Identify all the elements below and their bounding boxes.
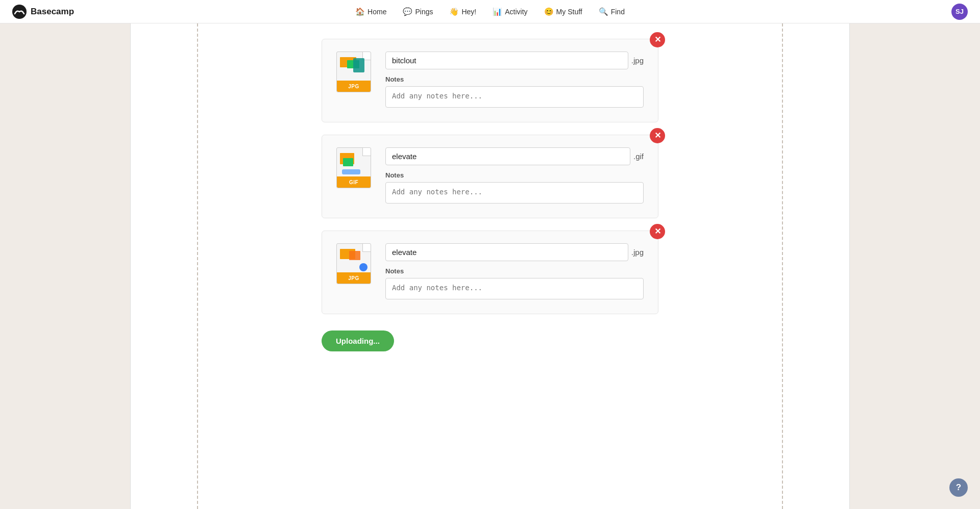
top-navigation: Basecamp 🏠 Home 💬 Pings 👋 Hey! 📊 Activit… <box>0 0 980 23</box>
content-inner: ✕ JPG <box>131 23 849 509</box>
file-card-3-inner: JPG .jpg Notes <box>336 243 644 301</box>
file-card-3: ✕ JPG <box>322 231 658 314</box>
avatar[interactable]: SJ <box>951 4 968 20</box>
file-fields-2: .gif Notes <box>385 147 644 206</box>
file-badge-3: JPG <box>337 272 371 284</box>
avatar-initials: SJ <box>955 8 964 15</box>
main-content: ✕ JPG <box>130 23 850 509</box>
nav-activity[interactable]: 📊 Activity <box>485 4 534 19</box>
nav-pings[interactable]: 💬 Pings <box>396 4 440 19</box>
upload-button[interactable]: Uploading... <box>322 330 394 351</box>
file-name-input-1[interactable] <box>385 52 628 69</box>
file-card-1-inner: JPG .jpg Notes <box>336 52 644 110</box>
basecamp-logo-icon <box>12 5 27 19</box>
topnav-right: SJ <box>951 4 968 20</box>
file-preview-1 <box>340 57 369 80</box>
nav-home[interactable]: 🏠 Home <box>348 4 394 19</box>
file-card-2: ✕ GIF <box>322 135 658 218</box>
upload-button-label: Uploading... <box>336 337 380 345</box>
close-button-2[interactable]: ✕ <box>650 128 665 143</box>
help-icon: ? <box>956 482 961 493</box>
file-icon-body-3: JPG <box>336 243 371 284</box>
file-name-row-1: .jpg <box>385 52 644 69</box>
notes-input-1[interactable] <box>385 86 644 108</box>
nav-links: 🏠 Home 💬 Pings 👋 Hey! 📊 Activity 😊 My St… <box>348 4 632 19</box>
file-icon-body-1: JPG <box>336 52 371 92</box>
file-card-1: ✕ JPG <box>322 39 658 122</box>
file-fields-3: .jpg Notes <box>385 243 644 301</box>
file-ext-1: .jpg <box>631 56 644 65</box>
main-layout: ✕ JPG <box>0 23 980 509</box>
find-icon: 🔍 <box>599 7 608 16</box>
help-button[interactable]: ? <box>949 478 968 497</box>
file-badge-2: GIF <box>337 176 371 188</box>
notes-label-1: Notes <box>385 75 644 83</box>
nav-mystuff-label: My Stuff <box>556 8 582 16</box>
close-button-1[interactable]: ✕ <box>650 32 665 47</box>
file-ext-3: .jpg <box>631 248 644 257</box>
file-badge-1: JPG <box>337 81 371 92</box>
nav-pings-label: Pings <box>415 8 433 16</box>
logo-text: Basecamp <box>31 7 74 17</box>
file-fields-1: .jpg Notes <box>385 52 644 110</box>
hey-icon: 👋 <box>449 7 459 16</box>
nav-hey[interactable]: 👋 Hey! <box>442 4 483 19</box>
sidebar-right <box>850 23 980 509</box>
nav-mystuff[interactable]: 😊 My Stuff <box>537 4 590 19</box>
nav-find-label: Find <box>611 8 625 16</box>
notes-input-3[interactable] <box>385 278 644 299</box>
file-preview-2 <box>340 153 369 175</box>
notes-input-2[interactable] <box>385 182 644 203</box>
file-card-2-inner: GIF .gif Notes <box>336 147 644 206</box>
upload-container: ✕ JPG <box>322 39 658 351</box>
file-ext-2: .gif <box>633 152 644 161</box>
file-name-row-3: .jpg <box>385 243 644 261</box>
file-name-row-2: .gif <box>385 147 644 165</box>
pings-icon: 💬 <box>403 7 412 16</box>
nav-home-label: Home <box>368 8 386 16</box>
file-preview-3 <box>340 249 369 271</box>
file-icon-1: JPG <box>336 52 373 92</box>
logo-link[interactable]: Basecamp <box>12 5 74 19</box>
nav-find[interactable]: 🔍 Find <box>592 4 632 19</box>
home-icon: 🏠 <box>355 7 365 16</box>
file-icon-2: GIF <box>336 147 373 188</box>
close-button-3[interactable]: ✕ <box>650 224 665 239</box>
sidebar-left <box>0 23 130 509</box>
nav-activity-label: Activity <box>505 8 527 16</box>
notes-label-2: Notes <box>385 171 644 179</box>
file-name-input-3[interactable] <box>385 243 628 261</box>
activity-icon: 📊 <box>493 7 502 16</box>
mystuff-icon: 😊 <box>544 7 554 16</box>
file-icon-3: JPG <box>336 243 373 284</box>
file-icon-body-2: GIF <box>336 147 371 188</box>
file-name-input-2[interactable] <box>385 147 630 165</box>
notes-label-3: Notes <box>385 267 644 275</box>
nav-hey-label: Hey! <box>461 8 476 16</box>
